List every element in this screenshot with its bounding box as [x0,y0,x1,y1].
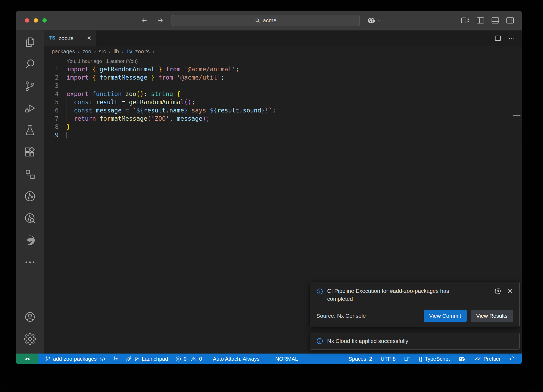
eol-status[interactable]: LF [404,356,410,362]
close-tab-icon[interactable]: ✕ [87,35,91,41]
settings-gear-icon[interactable] [16,328,44,350]
code-line-3[interactable]: 3 [44,82,522,90]
bell-icon [509,356,515,362]
info-icon [316,287,323,295]
back-arrow-icon[interactable] [140,16,148,24]
window-controls [16,18,61,23]
line-number: 3 [44,82,59,90]
forward-arrow-icon[interactable] [156,16,164,24]
more-actions-icon[interactable]: ⋯ [509,37,515,40]
code-lines: 1import { getRandomAnimal } from '@acme/… [44,65,522,139]
tab-zoo-ts[interactable]: TS zoo.ts ✕ [44,31,96,46]
code-line-7[interactable]: 7 return formatMessage('ZOO', message); [44,115,522,123]
git-branch-status[interactable]: add-zoo-packages [45,356,106,362]
encoding-label: UTF-8 [380,356,396,362]
notifications-status[interactable] [509,356,515,362]
formatter-status[interactable]: ✓✓ Prettier [474,356,501,362]
line-number: 4 [44,90,59,98]
code-line-9[interactable]: 9 [44,131,522,139]
breadcrumb-item-packages[interactable]: packages [52,48,75,55]
view-commit-button[interactable]: View Commit [424,310,467,322]
breadcrumb-item-src[interactable]: src [99,48,106,55]
close-icon[interactable] [507,288,513,294]
search-icon[interactable] [16,53,44,75]
title-bar: acme [16,11,522,31]
error-count: 0 [184,356,187,362]
line-number: 7 [44,115,59,123]
remote-icon: >< [24,356,30,362]
close-window-button[interactable] [25,18,29,23]
mini-branch-icon [134,356,139,361]
code-line-6[interactable]: 6 const message = `${result.name} says $… [44,106,522,115]
copilot-icon [367,16,375,25]
custom-view-icon[interactable] [16,163,44,185]
breadcrumb-item-lib[interactable]: lib [113,48,119,55]
vscode-window: acme [16,11,522,364]
notification-source: Source: Nx Console [316,313,366,319]
line-number: 6 [44,106,59,115]
source-control-icon[interactable] [16,75,44,97]
warning-icon [191,356,197,362]
copilot-menu[interactable] [367,16,382,25]
breadcrumb-item-zoo[interactable]: zoo [82,48,91,55]
screen: acme [0,0,543,392]
text-cursor [67,132,67,138]
toggle-secondary-sidebar-icon[interactable] [506,16,514,24]
extensions-icon[interactable] [16,141,44,163]
view-results-button[interactable]: View Results [471,310,513,322]
overview-ruler-mark [513,115,520,116]
gear-icon[interactable] [494,288,501,294]
git-branch-icon [45,356,51,362]
run-debug-icon[interactable] [16,97,44,119]
vim-mode-status[interactable]: -- NORMAL -- [270,356,303,362]
edge-browser-icon[interactable] [16,229,44,251]
testing-icon[interactable] [16,119,44,141]
indentation-status[interactable]: Spaces: 2 [349,356,372,362]
warning-count: 0 [199,356,202,362]
search-value: acme [263,17,276,24]
breadcrumb-separator: › [122,49,124,54]
remote-indicator[interactable]: >< [16,354,38,364]
branch-name: add-zoo-packages [53,356,97,362]
command-center-search[interactable]: acme [172,15,360,26]
line-number: 1 [44,65,59,73]
account-icon[interactable] [16,306,44,328]
breadcrumb-separator: › [94,49,96,54]
notification-ci-pipeline: CI Pipeline Execution for #add-zoo-packa… [310,282,520,327]
nx-cloud-icon[interactable] [16,207,44,229]
launchpad-status[interactable]: Launchpad [126,356,168,362]
toggle-sidebar-icon[interactable] [476,16,485,24]
problems-status[interactable]: 0 0 [175,356,202,362]
customize-layout-icon[interactable] [461,16,470,24]
code-line-5[interactable]: 5 const result = getRandomAnimal(); [44,98,522,106]
code-line-8[interactable]: 8} [44,123,522,131]
info-icon [316,338,323,345]
status-bar: >< add-zoo-packages [16,354,522,364]
split-editor-icon[interactable] [494,34,502,42]
language-mode-status[interactable]: {} TypeScript [419,356,450,362]
more-views-icon[interactable] [16,251,44,273]
explorer-icon[interactable] [16,31,44,53]
code-line-1[interactable]: 1import { getRandomAnimal } from '@acme/… [44,65,522,73]
auto-attach-label: Auto Attach: Always [213,356,260,362]
nx-console-icon[interactable] [16,185,44,207]
encoding-status[interactable]: UTF-8 [380,356,396,362]
minimize-window-button[interactable] [34,18,38,23]
breadcrumb-item-file[interactable]: zoo.ts [135,48,150,55]
maximize-window-button[interactable] [42,18,47,23]
tab-label: zoo.ts [59,35,73,41]
breadcrumb[interactable]: packages›zoo›src›lib›TSzoo.ts›... [44,46,522,57]
launchpad-label: Launchpad [142,356,168,362]
breadcrumb-separator: › [152,49,154,54]
line-number: 5 [44,98,59,106]
toggle-panel-icon[interactable] [491,16,500,24]
line-number: 9 [44,131,59,139]
source-control-graph-status[interactable] [113,356,119,362]
line-number: 8 [44,123,59,131]
copilot-status[interactable] [458,355,465,363]
code-line-2[interactable]: 2import { formatMessage } from '@acme/ut… [44,73,522,82]
breadcrumb-trailing: ... [157,48,162,55]
code-line-4[interactable]: 4export function zoo(): string { [44,90,522,98]
auto-attach-status[interactable]: Auto Attach: Always [213,356,260,362]
formatter-label: Prettier [484,356,501,362]
